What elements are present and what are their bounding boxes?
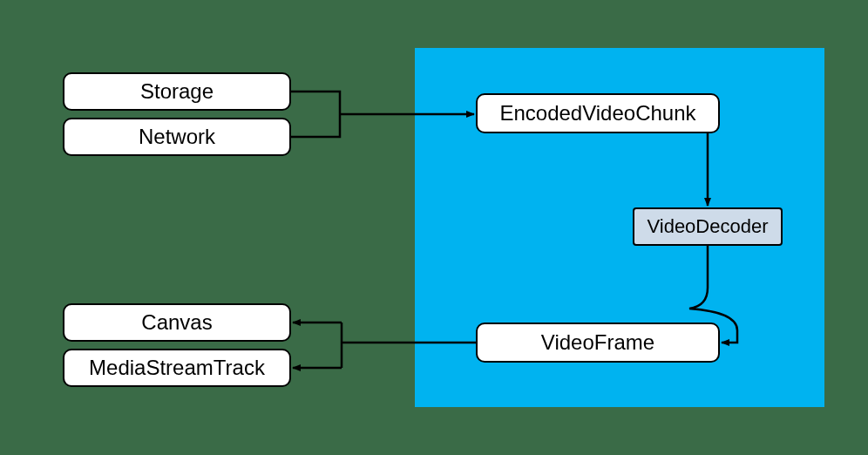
diagram-canvas: Storage Network Canvas MediaStreamTrack … [0,0,868,455]
diagram-arrows [0,0,868,455]
